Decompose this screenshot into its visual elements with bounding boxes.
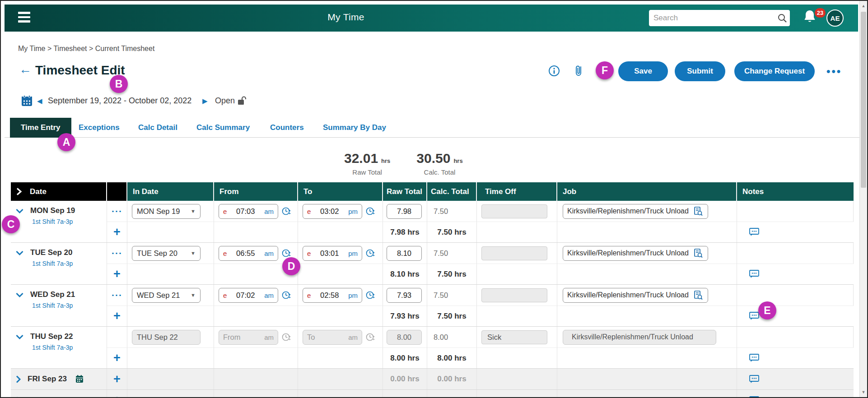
- search-icon[interactable]: [775, 10, 790, 26]
- tab-calc-summary[interactable]: Calc Summary: [196, 118, 250, 138]
- job-input[interactable]: Kirksville/Replenishmen/Truck Unload: [563, 246, 708, 261]
- job-input[interactable]: Kirksville/Replenishmen/Truck Unload: [563, 204, 708, 219]
- org-lookup-icon[interactable]: [693, 290, 704, 301]
- add-row-button[interactable]: +: [107, 268, 127, 280]
- org-lookup-icon[interactable]: [693, 248, 704, 259]
- hamburger-menu-icon[interactable]: [18, 12, 31, 24]
- chevron-down-icon: ▼: [191, 292, 196, 298]
- more-actions-button[interactable]: •••: [826, 65, 842, 78]
- notifications-button[interactable]: 23: [803, 9, 824, 29]
- job-input[interactable]: Kirksville/Replenishmen/Truck Unload: [563, 288, 708, 303]
- table-header: Date In Date From To Raw Total Calc. Tot…: [11, 182, 854, 201]
- raw-total-label: Raw Total: [344, 168, 390, 176]
- search-input[interactable]: [649, 14, 775, 23]
- avatar[interactable]: AE: [826, 9, 844, 27]
- to-time-input[interactable]: e03:01pm: [303, 246, 362, 261]
- notes-comment-icon[interactable]: [749, 375, 760, 384]
- paperclip-icon[interactable]: [574, 64, 583, 79]
- notes-comment-icon[interactable]: [749, 227, 760, 237]
- add-row-button[interactable]: +: [107, 226, 127, 238]
- clock-arrows-icon[interactable]: [365, 206, 376, 217]
- from-time-input[interactable]: e07:02am: [219, 288, 278, 303]
- calendar-icon[interactable]: [21, 95, 33, 109]
- in-date-select[interactable]: MON Sep 19▼: [132, 204, 201, 219]
- calc-subtotal: 7.50 hrs: [427, 270, 476, 279]
- chevron-down-icon: ▼: [191, 208, 196, 214]
- info-icon[interactable]: [548, 65, 560, 79]
- to-time-input[interactable]: e03:02pm: [303, 204, 362, 219]
- time-off-input[interactable]: [481, 204, 547, 218]
- clock-arrows-icon: [281, 332, 292, 342]
- tab-exceptions[interactable]: Exceptions: [79, 118, 120, 138]
- chevron-down-icon[interactable]: [15, 250, 24, 256]
- raw-total-input[interactable]: 7.93: [387, 288, 422, 303]
- previous-period-button[interactable]: ◀: [37, 97, 42, 105]
- raw-subtotal: 8.10 hrs: [383, 270, 427, 279]
- clock-arrows-icon[interactable]: [281, 248, 292, 259]
- notes-comment-icon[interactable]: [749, 311, 760, 321]
- scroll-down-arrow[interactable]: ▼: [860, 390, 867, 394]
- chevron-right-icon[interactable]: [15, 396, 21, 398]
- breadcrumb[interactable]: My Time > Timesheet > Current Timesheet: [18, 45, 154, 53]
- period-status: Open: [215, 96, 235, 106]
- shift-label[interactable]: 1st Shift 7a-3p: [32, 260, 73, 267]
- scroll-up-arrow[interactable]: ▲: [860, 4, 867, 8]
- from-time-input[interactable]: e06:55am: [219, 246, 278, 261]
- shift-label[interactable]: 1st Shift 7a-3p: [32, 302, 73, 309]
- clock-arrows-icon: [365, 332, 376, 342]
- annotation-marker-a: A: [57, 133, 75, 151]
- notes-comment-icon[interactable]: [749, 353, 760, 363]
- tab-counters[interactable]: Counters: [270, 118, 304, 138]
- row-menu-button[interactable]: ···: [107, 251, 127, 255]
- day-label: WED Sep 21: [30, 290, 75, 299]
- notes-comment-icon[interactable]: [749, 269, 760, 279]
- from-time-input[interactable]: e07:03am: [219, 204, 278, 219]
- raw-total-input[interactable]: 7.98: [387, 204, 422, 219]
- time-off-input[interactable]: [481, 288, 547, 302]
- day-block-tue: TUE Sep 20 1st Shift 7a-3p ··· TUE Sep 2…: [11, 243, 854, 285]
- shift-label[interactable]: 1st Shift 7a-3p: [32, 218, 73, 225]
- in-date-select[interactable]: WED Sep 21▼: [132, 288, 201, 303]
- add-row-button[interactable]: +: [107, 310, 127, 322]
- tab-calc-detail[interactable]: Calc Detail: [138, 118, 177, 138]
- edited-flag: e: [223, 208, 227, 215]
- org-lookup-icon[interactable]: [693, 206, 704, 217]
- time-off-input[interactable]: [481, 246, 547, 260]
- raw-total-input[interactable]: 8.10: [387, 246, 422, 261]
- chevron-down-icon[interactable]: [15, 334, 24, 340]
- scrollbar-thumb[interactable]: [861, 12, 866, 188]
- header-calc-total: Calc. Total: [427, 182, 477, 201]
- header-in-date: In Date: [127, 182, 214, 201]
- clock-arrows-icon[interactable]: [281, 290, 292, 301]
- search-box: [649, 10, 790, 26]
- row-menu-button[interactable]: ···: [107, 209, 127, 213]
- shift-label[interactable]: 1st Shift 7a-3p: [32, 344, 73, 351]
- add-row-button[interactable]: +: [107, 373, 127, 385]
- add-row-button[interactable]: +: [107, 352, 127, 364]
- app-window: My Time 23 AE My Time > Timesheet > Curr…: [0, 0, 868, 398]
- notes-comment-icon[interactable]: [749, 396, 760, 398]
- in-date-select[interactable]: TUE Sep 20▼: [132, 246, 201, 261]
- clock-arrows-icon[interactable]: [365, 290, 376, 301]
- tab-summary-by-day[interactable]: Summary By Day: [323, 118, 386, 138]
- clock-arrows-icon[interactable]: [365, 248, 376, 259]
- back-button[interactable]: ←: [19, 63, 32, 76]
- add-row-button[interactable]: +: [107, 394, 127, 398]
- change-request-button[interactable]: Change Request: [734, 61, 815, 81]
- chevron-right-icon[interactable]: [15, 375, 21, 384]
- expand-all-chevron-icon[interactable]: [15, 187, 23, 196]
- day-block-wed: WED Sep 21 1st Shift 7a-3p ··· WED Sep 2…: [11, 285, 854, 327]
- clock-arrows-icon[interactable]: [281, 206, 292, 217]
- schedule-mini-calendar-icon[interactable]: [75, 375, 84, 384]
- chevron-down-icon[interactable]: [15, 208, 24, 214]
- submit-button[interactable]: Submit: [675, 61, 725, 81]
- next-period-button[interactable]: ▶: [202, 97, 208, 105]
- vertical-scrollbar[interactable]: ▲ ▼: [859, 1, 867, 397]
- chevron-down-icon[interactable]: [15, 292, 24, 298]
- row-menu-button[interactable]: ···: [107, 293, 127, 297]
- to-time-input[interactable]: e02:58pm: [303, 288, 362, 303]
- annotation-marker-b: B: [110, 75, 128, 93]
- day-label: THU Sep 22: [30, 332, 73, 341]
- annotation-marker-d: D: [282, 257, 300, 275]
- save-button[interactable]: Save: [618, 61, 668, 81]
